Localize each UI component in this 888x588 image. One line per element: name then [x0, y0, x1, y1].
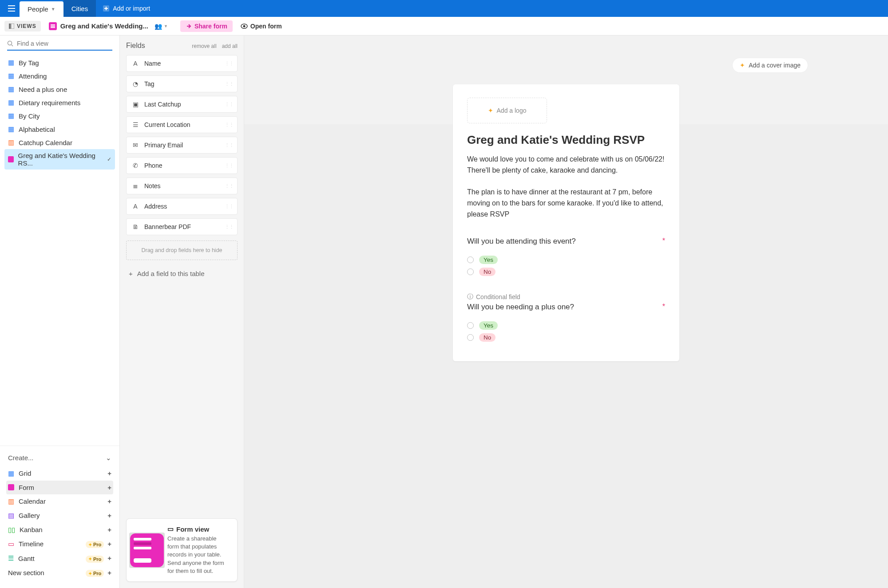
- create-new-section[interactable]: New section Pro+: [6, 566, 113, 580]
- pro-badge: Pro: [86, 570, 104, 577]
- add-field-button[interactable]: + Add a field to this table: [126, 265, 238, 282]
- views-label: VIEWS: [17, 23, 36, 29]
- view-item-need-plus-one[interactable]: ▦ Need a plus one: [4, 83, 115, 96]
- view-item-by-city[interactable]: ▦ By City: [4, 109, 115, 122]
- left-panel: ▦ By Tag ▦ Attending ▦ Need a plus one ▦…: [0, 36, 120, 588]
- create-calendar[interactable]: ▥Calendar +: [6, 494, 113, 509]
- drag-handle-icon[interactable]: ⋮⋮: [225, 183, 234, 189]
- share-form-button[interactable]: Share form: [180, 20, 233, 32]
- field-notes[interactable]: ≣Notes⋮⋮: [126, 178, 238, 194]
- drag-handle-icon[interactable]: ⋮⋮: [225, 224, 234, 230]
- remove-all-link[interactable]: remove all: [192, 43, 216, 49]
- field-address[interactable]: AAddress⋮⋮: [126, 198, 238, 215]
- field-primary-email[interactable]: ✉Primary Email⋮⋮: [126, 137, 238, 154]
- svg-point-5: [8, 41, 12, 45]
- option-yes[interactable]: Yes: [467, 321, 665, 330]
- field-name[interactable]: AName⋮⋮: [126, 55, 238, 72]
- view-item-attending[interactable]: ▦ Attending: [4, 69, 115, 83]
- gallery-icon: ▤: [8, 512, 14, 520]
- option-yes[interactable]: Yes: [467, 256, 665, 264]
- view-item-dietary[interactable]: ▦ Dietary requirements: [4, 96, 115, 109]
- drag-handle-icon[interactable]: ⋮⋮: [225, 102, 234, 107]
- drag-handle-icon[interactable]: ⋮⋮: [225, 204, 234, 209]
- view-item-label: Catchup Calendar: [19, 139, 72, 146]
- mail-icon: ✉: [132, 142, 139, 149]
- plus-icon: [103, 5, 109, 12]
- question-plus-one: ⓘ Conditional field Will you be needing …: [467, 293, 665, 342]
- create-kanban[interactable]: ▯▯Kanban +: [6, 523, 113, 537]
- drag-handle-icon[interactable]: ⋮⋮: [225, 163, 234, 169]
- required-icon: *: [662, 237, 665, 245]
- open-form-button[interactable]: Open form: [236, 20, 286, 32]
- fields-panel: Fields remove all add all AName⋮⋮ ◔Tag⋮⋮…: [120, 36, 244, 588]
- drag-handle-icon[interactable]: ⋮⋮: [225, 142, 234, 148]
- form-card: ✦ Add a logo Greg and Katie's Wedding RS…: [453, 84, 679, 361]
- drag-handle-icon[interactable]: ⋮⋮: [225, 81, 234, 87]
- calendar-icon: ▥: [8, 497, 14, 505]
- view-item-by-tag[interactable]: ▦ By Tag: [4, 56, 115, 69]
- add-all-link[interactable]: add all: [222, 43, 238, 49]
- grid-icon: ▦: [8, 99, 14, 107]
- views-toggle-button[interactable]: VIEWS: [4, 21, 41, 32]
- create-timeline[interactable]: ▭Timeline Pro+: [6, 537, 113, 552]
- create-section: Create... ⌄ ▦Grid + Form + ▥Calendar + ▤…: [0, 446, 119, 588]
- field-label: Bannerbear PDF: [144, 223, 191, 230]
- pro-badge: Pro: [86, 556, 104, 563]
- add-cover-image-button[interactable]: ✦ Add a cover image: [732, 58, 808, 73]
- create-grid[interactable]: ▦Grid +: [6, 466, 113, 481]
- option-label: No: [479, 268, 496, 276]
- fields-drop-zone[interactable]: Drag and drop fields here to hide: [126, 241, 238, 260]
- option-label: No: [479, 333, 496, 342]
- field-last-catchup[interactable]: ▣Last Catchup⋮⋮: [126, 96, 238, 113]
- radio-icon: [467, 268, 474, 275]
- plus-icon: +: [107, 526, 111, 533]
- add-or-import-button[interactable]: Add or import: [96, 0, 157, 17]
- tab-cities[interactable]: Cities: [63, 0, 96, 17]
- fields-header: Fields remove all add all: [126, 42, 238, 50]
- option-no[interactable]: No: [467, 268, 665, 276]
- create-form[interactable]: Form +: [6, 481, 113, 494]
- chevron-down-icon: ⌄: [106, 454, 111, 462]
- create-toggle[interactable]: Create... ⌄: [6, 451, 113, 466]
- create-gallery[interactable]: ▤Gallery +: [6, 509, 113, 523]
- field-tag[interactable]: ◔Tag⋮⋮: [126, 75, 238, 92]
- view-search-input[interactable]: [17, 40, 112, 47]
- share-icon: [186, 23, 192, 29]
- view-item-catchup-calendar[interactable]: ▥ Catchup Calendar: [4, 136, 115, 149]
- collaborators-button[interactable]: 👥 ▼: [152, 23, 170, 30]
- field-current-location[interactable]: ☰Current Location⋮⋮: [126, 116, 238, 133]
- add-field-label: Add a field to this table: [137, 270, 205, 277]
- conditional-field-label: ⓘ Conditional field: [467, 293, 665, 301]
- chevron-down-icon: ▼: [164, 24, 168, 28]
- field-phone[interactable]: ✆Phone⋮⋮: [126, 157, 238, 174]
- view-title[interactable]: Greg and Katie's Wedding...: [49, 22, 148, 30]
- view-item-alphabetical[interactable]: ▦ Alphabetical: [4, 122, 115, 136]
- drag-handle-icon[interactable]: ⋮⋮: [225, 122, 234, 128]
- tag-icon: ◔: [132, 80, 139, 87]
- gantt-icon: ☰: [8, 554, 14, 562]
- create-item-label: Form: [19, 484, 34, 491]
- sparkle-icon: ✦: [488, 107, 493, 114]
- hamburger-menu[interactable]: [4, 0, 20, 17]
- plus-icon: +: [107, 569, 111, 576]
- option-no[interactable]: No: [467, 333, 665, 342]
- form-icon: [8, 156, 14, 162]
- create-gantt[interactable]: ☰Gantt Pro+: [6, 551, 113, 566]
- create-item-label: New section: [8, 569, 44, 576]
- grid-icon: ▦: [8, 72, 14, 80]
- field-label: Name: [144, 60, 161, 67]
- text-icon: A: [132, 203, 139, 210]
- view-item-wedding-rsvp[interactable]: Greg and Katie's Wedding RS... ✓: [4, 149, 115, 170]
- add-logo-button[interactable]: ✦ Add a logo: [467, 98, 547, 123]
- share-form-label: Share form: [194, 23, 227, 30]
- tab-people[interactable]: People ▼: [20, 1, 63, 17]
- field-label: Tag: [144, 80, 155, 87]
- form-icon: [49, 22, 57, 30]
- drag-handle-icon[interactable]: ⋮⋮: [225, 61, 234, 67]
- field-bannerbear-pdf[interactable]: 🗎Bannerbear PDF⋮⋮: [126, 218, 238, 235]
- svg-rect-2: [11, 24, 14, 29]
- field-label: Phone: [144, 162, 162, 169]
- form-heading[interactable]: Greg and Katie's Wedding RSVP: [467, 133, 665, 147]
- option-label: Yes: [479, 256, 498, 264]
- form-description[interactable]: We would love you to come and celebrate …: [467, 154, 665, 220]
